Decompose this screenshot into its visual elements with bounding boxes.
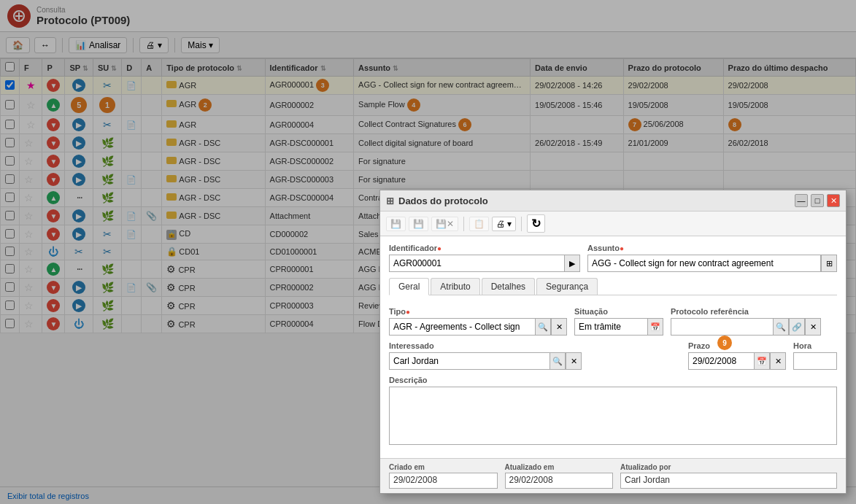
- modal-sep: [463, 217, 464, 231]
- modal-refresh-button[interactable]: ↻: [527, 214, 545, 233]
- prazo-input-group: 📅 ✕: [688, 352, 786, 370]
- modal-close-button[interactable]: ✕: [827, 194, 840, 207]
- tipo-clear-btn[interactable]: ✕: [551, 318, 567, 336]
- protocolo-ref-field: Protocolo referência 🔍 🔗 ✕: [671, 307, 837, 336]
- criado-em-value: 29/02/2008: [389, 473, 498, 489]
- prazo-calendar-btn[interactable]: 📅: [754, 352, 770, 370]
- identificador-label: Identificador●: [389, 244, 580, 252]
- assunto-label: Assunto●: [587, 244, 837, 252]
- tab-atributo[interactable]: Atributo: [431, 278, 479, 295]
- modal-footer: Criado em 29/02/2008 Atualizado em 29/02…: [380, 458, 846, 493]
- situacao-input-group: 📅: [574, 318, 663, 336]
- tipo-row: Tipo● 🔍 ✕ Situação 📅 Prot: [389, 307, 837, 336]
- interessado-input[interactable]: [389, 352, 550, 370]
- criado-em-label: Criado em: [389, 463, 498, 471]
- interessado-search-btn[interactable]: 🔍: [550, 352, 566, 370]
- tab-detalhes[interactable]: Detalhes: [482, 278, 535, 295]
- situacao-field: Situação 📅: [574, 307, 663, 336]
- descricao-textarea[interactable]: [389, 387, 837, 445]
- modal-title-bar: ⊞ Dados do protocolo — □ ✕: [380, 190, 846, 212]
- modal-controls: — □ ✕: [795, 194, 840, 207]
- prazo-label: Prazo: [688, 341, 786, 350]
- protocolo-ref-input[interactable]: [671, 318, 773, 336]
- assunto-input-group: ⊞: [587, 255, 837, 272]
- modal-tabs: Geral Atributo Detalhes Segurança: [389, 278, 837, 295]
- criado-em-footer: Criado em 29/02/2008: [389, 463, 498, 489]
- assunto-icon-btn[interactable]: ⊞: [821, 255, 837, 272]
- interessado-label: Interessado: [389, 341, 674, 350]
- identificador-arrow-btn[interactable]: ▶: [564, 255, 580, 272]
- situacao-calendar-btn[interactable]: 📅: [647, 318, 663, 336]
- id-assunto-row: Identificador● ▶ Assunto● ⊞: [389, 244, 837, 272]
- identificador-input-group: ▶: [389, 255, 580, 272]
- protocol-detail-modal: ⊞ Dados do protocolo — □ ✕ 💾 💾 💾✕ 📋 🖨 ▾ …: [379, 190, 847, 494]
- interessado-input-group: 🔍 ✕: [389, 352, 674, 370]
- atualizado-em-footer: Atualizado em 29/02/2008: [505, 463, 614, 489]
- modal-export-button[interactable]: 📋: [469, 217, 489, 231]
- prazo-input[interactable]: [688, 352, 754, 370]
- atualizado-por-value: Carl Jordan: [620, 473, 837, 489]
- descricao-field: Descrição: [389, 376, 837, 445]
- prazo-clear-btn[interactable]: ✕: [770, 352, 786, 370]
- modal-print-button[interactable]: 🖨 ▾: [492, 217, 516, 231]
- modal-save-new-button[interactable]: 💾: [386, 217, 406, 231]
- tipo-input-group: 🔍 ✕: [389, 318, 567, 336]
- tipo-field: Tipo● 🔍 ✕: [389, 307, 567, 336]
- interessado-row: Interessado 🔍 ✕ 9 Prazo 📅 ✕: [389, 341, 837, 370]
- modal-title: ⊞ Dados do protocolo: [386, 195, 488, 206]
- protocolo-ref-link-btn[interactable]: 🔗: [789, 318, 805, 336]
- modal-save-button[interactable]: 💾: [409, 217, 428, 231]
- atualizado-por-label: Atualizado por: [620, 463, 837, 471]
- tipo-search-btn[interactable]: 🔍: [535, 318, 551, 336]
- hora-input[interactable]: [793, 352, 837, 370]
- assunto-input[interactable]: [587, 255, 821, 272]
- tipo-input[interactable]: [389, 318, 535, 336]
- protocolo-ref-clear-btn[interactable]: ✕: [805, 318, 821, 336]
- assunto-field: Assunto● ⊞: [587, 244, 837, 272]
- descricao-label: Descrição: [389, 376, 837, 384]
- atualizado-por-footer: Atualizado por Carl Jordan: [620, 463, 837, 489]
- modal-body: Identificador● ▶ Assunto● ⊞ Geral At: [380, 236, 846, 458]
- badge-9: 9: [717, 336, 732, 350]
- interessado-field: Interessado 🔍 ✕: [389, 341, 674, 370]
- tab-geral[interactable]: Geral: [389, 278, 429, 295]
- situacao-input[interactable]: [574, 318, 647, 336]
- modal-toolbar: 💾 💾 💾✕ 📋 🖨 ▾ ↻: [380, 212, 846, 236]
- modal-title-text: Dados do protocolo: [398, 195, 488, 206]
- modal-minimize-button[interactable]: —: [795, 194, 808, 207]
- modal-maximize-button[interactable]: □: [811, 194, 824, 207]
- protocolo-ref-input-group: 🔍 🔗 ✕: [671, 318, 837, 336]
- interessado-clear-btn[interactable]: ✕: [566, 352, 582, 370]
- geral-tab-content: Tipo● 🔍 ✕ Situação 📅 Prot: [389, 301, 837, 451]
- identificador-input[interactable]: [389, 255, 564, 272]
- situacao-label: Situação: [574, 307, 663, 316]
- prazo-field: Prazo 📅 ✕: [688, 341, 786, 370]
- atualizado-em-value: 29/02/2008: [505, 473, 614, 489]
- modal-sep-2: [521, 217, 522, 231]
- tab-seguranca[interactable]: Segurança: [536, 278, 598, 295]
- tipo-label: Tipo●: [389, 307, 567, 316]
- modal-save-close-button[interactable]: 💾✕: [431, 217, 458, 231]
- hora-field: Hora: [793, 341, 837, 370]
- modal-title-icon: ⊞: [386, 195, 394, 206]
- hora-label: Hora: [793, 341, 837, 350]
- protocolo-ref-search-btn[interactable]: 🔍: [773, 318, 789, 336]
- protocolo-ref-label: Protocolo referência: [671, 307, 837, 316]
- identificador-field: Identificador● ▶: [389, 244, 580, 272]
- atualizado-em-label: Atualizado em: [505, 463, 614, 471]
